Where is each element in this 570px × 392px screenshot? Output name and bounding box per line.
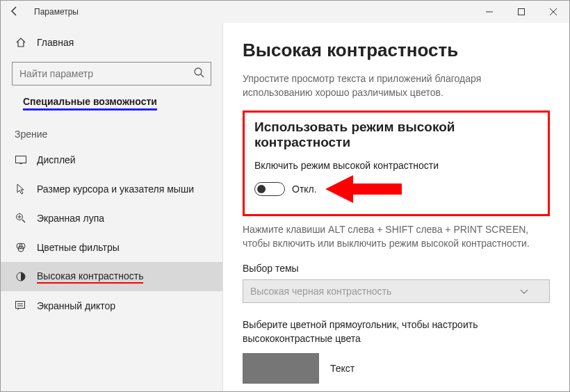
sidebar-category[interactable]: Специальные возможности [23,96,157,111]
search-input[interactable] [12,62,211,85]
toggle-label: Включить режим высокой контрастности [254,160,538,171]
theme-label: Выбор темы [243,263,550,274]
sidebar-item-label: Высокая контрастность [37,270,143,284]
svg-rect-1 [519,9,525,15]
theme-select[interactable]: Высокая черная контрастность [243,279,550,303]
sidebar-home-label: Главная [37,37,74,48]
annotation-arrow [325,177,402,202]
magnifier-icon [15,212,27,224]
sidebar-item-narrator[interactable]: Экранный диктор [1,291,222,320]
back-button[interactable] [1,6,28,18]
sidebar-item-display[interactable]: Дисплей [1,145,222,174]
svg-rect-16 [16,302,25,309]
sidebar-item-label: Дисплей [37,154,76,165]
swatch-text-label: Текст [330,363,355,374]
home-icon [15,36,27,49]
sidebar-item-label: Экранный диктор [37,300,115,311]
page-description: Упростите просмотр текста и приложений б… [243,72,550,99]
chevron-down-icon [520,286,528,297]
sidebar-item-label: Цветные фильтры [37,242,120,253]
cursor-icon [15,183,27,195]
swatch-description: Выберите цветной прямоугольник, чтобы на… [243,318,550,345]
sidebar: Главная Специальные возможности Зрение Д… [1,23,223,392]
minimize-button[interactable] [473,1,505,23]
svg-point-4 [195,68,202,75]
sidebar-item-label: Экранная лупа [37,213,104,224]
shortcut-hint: Нажмите клавиши ALT слева + SHIFT слева … [243,223,550,250]
toggle-knob [257,185,266,193]
svg-line-5 [201,74,204,77]
sidebar-subhead: Зрение [15,129,222,140]
toggle-state: Откл. [292,183,317,195]
sidebar-item-high-contrast[interactable]: Высокая контрастность [1,262,222,291]
annotation-redbox: Использовать режим высокой контрастности… [243,111,550,216]
close-button[interactable] [537,1,569,23]
window-controls [473,1,569,23]
sidebar-item-color-filters[interactable]: Цветные фильтры [1,233,222,262]
swatch-row: Текст [243,353,550,384]
search-icon [193,67,206,82]
section-title: Использовать режим высокой контрастности [254,120,538,150]
sidebar-home[interactable]: Главная [1,28,222,56]
color-filter-icon [15,241,27,254]
toggle-row: Откл. [254,177,538,202]
theme-value: Высокая черная контрастность [250,286,391,297]
page-title: Высокая контрастность [243,40,550,61]
window-title: Параметры [34,7,79,17]
main-content: Высокая контрастность Упростите просмотр… [223,23,569,392]
sidebar-item-magnifier[interactable]: Экранная лупа [1,204,222,233]
contrast-icon [15,270,27,283]
sidebar-item-cursor[interactable]: Размер курсора и указателя мыши [1,174,222,204]
titlebar: Параметры [1,1,569,23]
svg-line-11 [22,220,25,222]
color-swatch-text[interactable] [243,353,319,384]
display-icon [15,154,27,166]
search-container [12,62,211,85]
svg-rect-6 [16,156,26,163]
sidebar-item-label: Размер курсора и указателя мыши [37,183,194,195]
narrator-icon [15,300,27,312]
high-contrast-toggle[interactable] [254,182,285,196]
maximize-button[interactable] [505,1,537,23]
